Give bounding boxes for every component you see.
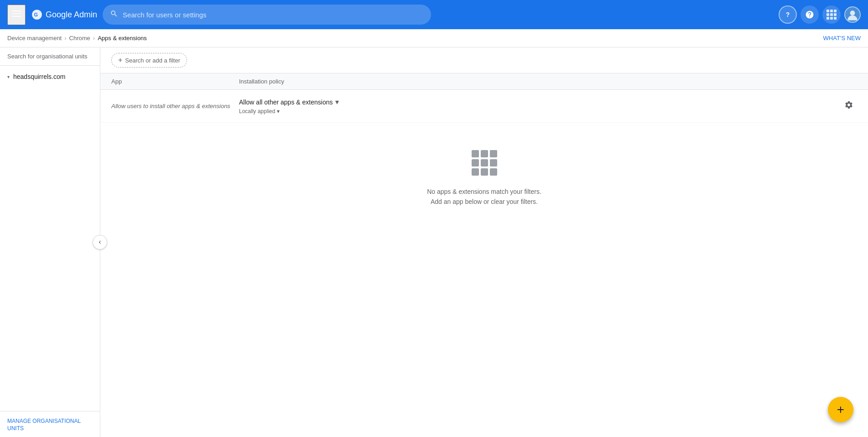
row-settings-button[interactable]: [841, 97, 857, 115]
empty-state-icon: [472, 150, 497, 176]
breadcrumb: Device management › Chrome › Apps & exte…: [0, 29, 868, 47]
apps-table: App Installation policy Allow users to i…: [100, 73, 868, 437]
app-logo: G Google Admin: [31, 9, 97, 21]
main-layout: Search for organisational units ▾ headsq…: [0, 47, 868, 437]
top-navigation: G Google Admin ?: [0, 0, 868, 29]
empty-state-line1: No apps & extensions match your filters.: [427, 187, 541, 197]
help-button[interactable]: [800, 5, 819, 24]
sidebar-footer: MANAGE ORGANISATIONAL UNITS: [0, 411, 100, 437]
hamburger-menu-button[interactable]: [7, 5, 26, 25]
sidebar: Search for organisational units ▾ headsq…: [0, 47, 100, 437]
col-header-app: App: [111, 78, 239, 85]
apps-grid-button[interactable]: [822, 5, 841, 24]
row-policy-column: Allow all other apps & extensions ▾ Loca…: [239, 98, 841, 114]
add-app-fab[interactable]: +: [828, 397, 853, 422]
grid-icon: [826, 10, 837, 20]
filter-plus-icon: +: [118, 56, 122, 64]
content-header: + Search or add a filter: [100, 47, 868, 73]
empty-state: No apps & extensions match your filters.…: [100, 123, 868, 234]
filter-label: Search or add a filter: [125, 57, 180, 64]
sidebar-collapse-button[interactable]: [93, 235, 107, 250]
breadcrumb-sep-2: ›: [93, 35, 95, 42]
empty-state-text: No apps & extensions match your filters.…: [427, 187, 541, 207]
add-filter-chip[interactable]: + Search or add a filter: [111, 53, 187, 68]
svg-rect-1: [12, 13, 21, 14]
content-area: + Search or add a filter App Installatio…: [100, 47, 868, 437]
table-row: Allow users to install other apps & exte…: [100, 90, 868, 123]
row-app-label: Allow users to install other apps & exte…: [111, 103, 239, 109]
empty-state-line2: Add an app below or clear your filters.: [427, 197, 541, 207]
global-search[interactable]: [103, 5, 431, 25]
row-actions: [841, 97, 857, 115]
support-number-button[interactable]: ?: [779, 5, 797, 24]
svg-text:G: G: [34, 12, 38, 17]
avatar[interactable]: [844, 6, 861, 23]
policy-source-dropdown-icon: ▾: [277, 108, 280, 114]
manage-org-units-link[interactable]: MANAGE ORGANISATIONAL UNITS: [7, 418, 81, 432]
search-icon: [110, 10, 118, 20]
filter-bar: + Search or add a filter: [111, 53, 857, 68]
tree-item-label: headsquirrels.com: [13, 73, 65, 80]
breadcrumb-chrome[interactable]: Chrome: [69, 35, 90, 42]
svg-point-6: [850, 10, 855, 16]
fab-icon: +: [837, 402, 844, 417]
svg-rect-2: [12, 16, 21, 17]
tree-item-headsquirrels[interactable]: ▾ headsquirrels.com: [0, 69, 100, 84]
table-header: App Installation policy: [100, 73, 868, 90]
policy-value-text: Allow all other apps & extensions: [239, 99, 333, 106]
logo-text: Google Admin: [46, 10, 97, 20]
policy-source[interactable]: Locally applied ▾: [239, 108, 841, 114]
breadcrumb-device-management[interactable]: Device management: [7, 35, 62, 42]
policy-dropdown-icon: ▾: [335, 98, 339, 106]
breadcrumb-sep-1: ›: [64, 35, 66, 42]
policy-value[interactable]: Allow all other apps & extensions ▾: [239, 98, 841, 106]
breadcrumb-current: Apps & extensions: [98, 35, 147, 42]
tree-arrow-icon: ▾: [7, 74, 10, 79]
whats-new-link[interactable]: WHAT'S NEW: [823, 35, 861, 42]
nav-right-actions: ?: [779, 5, 861, 24]
svg-rect-0: [12, 10, 21, 11]
policy-source-text: Locally applied: [239, 108, 275, 114]
search-input[interactable]: [123, 11, 424, 19]
col-header-policy: Installation policy: [239, 78, 857, 85]
sidebar-search-label[interactable]: Search for organisational units: [0, 47, 100, 66]
org-unit-tree: ▾ headsquirrels.com: [0, 66, 100, 411]
